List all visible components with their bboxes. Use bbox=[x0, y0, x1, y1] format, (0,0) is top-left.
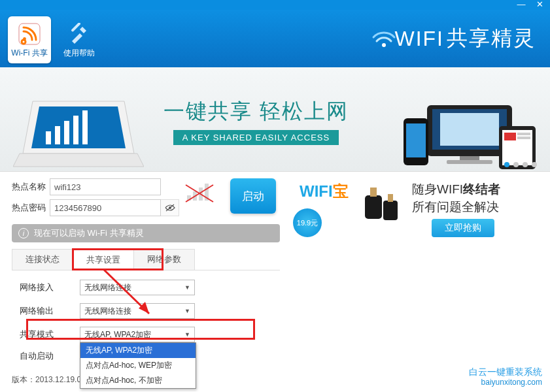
app-header: Wi-Fi 共享 使用帮助 WIFI 共享精灵 bbox=[0, 10, 550, 67]
chevron-down-icon: ▼ bbox=[184, 308, 190, 314]
promo-text: 随身WIFI终结者 所有问题全解决 bbox=[412, 181, 500, 216]
banner-en: A KEY SHARED EASILY ACCESS bbox=[173, 130, 339, 145]
svg-rect-15 bbox=[460, 156, 479, 160]
banner-dots bbox=[504, 162, 537, 167]
tab-share-settings[interactable]: 共享设置 bbox=[73, 250, 134, 270]
share-mode-option-2[interactable]: 点对点Ad-hoc, WEP加密 bbox=[80, 358, 196, 373]
svg-rect-7 bbox=[55, 126, 60, 144]
chevron-down-icon: ▼ bbox=[184, 284, 190, 291]
svg-rect-35 bbox=[388, 194, 393, 202]
hotspot-name-input[interactable] bbox=[50, 178, 161, 195]
tab-help[interactable]: 使用帮助 bbox=[58, 16, 101, 63]
devices-graphic bbox=[401, 100, 538, 172]
promo-logo: WIFI宝 bbox=[300, 181, 349, 202]
tab-wifi-share-label: Wi-Fi 共享 bbox=[11, 48, 47, 59]
svg-rect-23 bbox=[517, 137, 530, 139]
net-out-select[interactable]: 无线网络连接 ▼ bbox=[80, 303, 195, 319]
share-mode-option-1[interactable]: 无线AP, WPA2加密 bbox=[80, 343, 196, 358]
svg-rect-32 bbox=[365, 195, 382, 219]
svg-rect-21 bbox=[504, 133, 516, 140]
svg-rect-8 bbox=[64, 121, 69, 144]
tab-network-params[interactable]: 网络参数 bbox=[133, 249, 195, 270]
laptop-graphic bbox=[13, 95, 144, 172]
status-text: 现在可以启动 Wi-Fi 共享精灵 bbox=[34, 227, 144, 239]
promo-banner: 一键共享 轻松上网 A KEY SHARED EASILY ACCESS bbox=[0, 67, 550, 172]
window-titlebar: — ✕ bbox=[0, 0, 550, 10]
logo-prefix: WIFI bbox=[394, 27, 444, 51]
svg-rect-34 bbox=[383, 201, 398, 220]
watermark: 白云一键重装系统 baiyunxitong.com bbox=[469, 366, 542, 388]
minimize-button[interactable]: — bbox=[512, 0, 530, 10]
dot-3[interactable] bbox=[523, 162, 528, 167]
share-mode-option-3[interactable]: 点对点Ad-hoc, 不加密 bbox=[80, 373, 196, 388]
auto-start-label: 自动启动 bbox=[14, 350, 80, 362]
svg-rect-9 bbox=[73, 116, 78, 144]
tools-icon bbox=[66, 22, 92, 46]
svg-marker-11 bbox=[13, 154, 144, 167]
start-button[interactable]: 启动 bbox=[230, 178, 276, 214]
status-bar: i 现在可以启动 Wi-Fi 共享精灵 bbox=[12, 224, 280, 242]
tab-connection-status[interactable]: 连接状态 bbox=[12, 249, 73, 270]
side-promo: WIFI宝 19.9元 随身WIFI终结者 所有问题全解决 立即抢购 bbox=[293, 178, 538, 257]
svg-rect-18 bbox=[406, 123, 426, 157]
hotspot-name-label: 热点名称 bbox=[12, 181, 50, 193]
version-label: 版本： bbox=[12, 375, 35, 384]
net-out-label: 网络输出 bbox=[14, 305, 80, 317]
settings-panel: 网络接入 无线网络连接 ▼ 网络输出 无线网络连接 ▼ 共享模式 无线AP, W… bbox=[12, 270, 280, 379]
watermark-cn: 白云一键重装系统 bbox=[469, 366, 542, 378]
share-mode-value: 无线AP, WPA2加密 bbox=[84, 329, 151, 340]
settings-tabs: 连接状态 共享设置 网络参数 bbox=[12, 249, 280, 270]
svg-rect-2 bbox=[71, 23, 81, 32]
svg-point-3 bbox=[382, 43, 386, 47]
svg-rect-22 bbox=[517, 133, 530, 135]
close-button[interactable]: ✕ bbox=[530, 0, 549, 10]
share-mode-dropdown: 无线AP, WPA2加密 点对点Ad-hoc, WEP加密 点对点Ad-hoc,… bbox=[80, 342, 196, 389]
logo-suffix: 共享精灵 bbox=[447, 24, 536, 53]
version-footer: 版本：2013.12.19.001 bbox=[12, 374, 90, 385]
svg-rect-6 bbox=[46, 131, 51, 144]
tab-help-label: 使用帮助 bbox=[63, 48, 95, 59]
share-mode-label: 共享模式 bbox=[14, 329, 80, 340]
toggle-password-icon[interactable] bbox=[161, 199, 179, 216]
svg-rect-14 bbox=[440, 113, 499, 146]
hotspot-pwd-input[interactable] bbox=[50, 199, 161, 216]
svg-rect-10 bbox=[82, 110, 88, 144]
usb-dongle-graphic bbox=[358, 181, 405, 231]
svg-rect-33 bbox=[370, 188, 377, 197]
banner-text: 一键共享 轻松上网 A KEY SHARED EASILY ACCESS bbox=[163, 97, 349, 145]
chevron-down-icon: ▼ bbox=[184, 331, 190, 338]
hotspot-pwd-label: 热点密码 bbox=[12, 202, 50, 214]
net-in-label: 网络接入 bbox=[14, 282, 80, 293]
share-mode-select[interactable]: 无线AP, WPA2加密 ▼ 无线AP, WPA2加密 点对点Ad-hoc, W… bbox=[80, 327, 195, 342]
net-in-select[interactable]: 无线网络连接 ▼ bbox=[80, 280, 195, 295]
svg-rect-16 bbox=[447, 160, 492, 164]
buy-now-button[interactable]: 立即抢购 bbox=[432, 219, 494, 237]
net-in-value: 无线网络连接 bbox=[84, 282, 131, 293]
banner-cn: 一键共享 轻松上网 bbox=[163, 97, 349, 126]
promo-price-badge: 19.9元 bbox=[293, 208, 322, 237]
net-out-value: 无线网络连接 bbox=[84, 306, 131, 317]
svg-point-1 bbox=[23, 37, 26, 41]
dot-1[interactable] bbox=[504, 162, 509, 167]
dot-4[interactable] bbox=[532, 162, 537, 167]
tab-wifi-share[interactable]: Wi-Fi 共享 bbox=[8, 16, 51, 63]
signal-indicator bbox=[184, 178, 224, 206]
dot-2[interactable] bbox=[513, 162, 519, 167]
rss-icon bbox=[16, 22, 43, 46]
app-logo: WIFI 共享精灵 bbox=[371, 24, 536, 53]
watermark-url: baiyunxitong.com bbox=[469, 378, 542, 388]
info-icon: i bbox=[18, 228, 29, 238]
